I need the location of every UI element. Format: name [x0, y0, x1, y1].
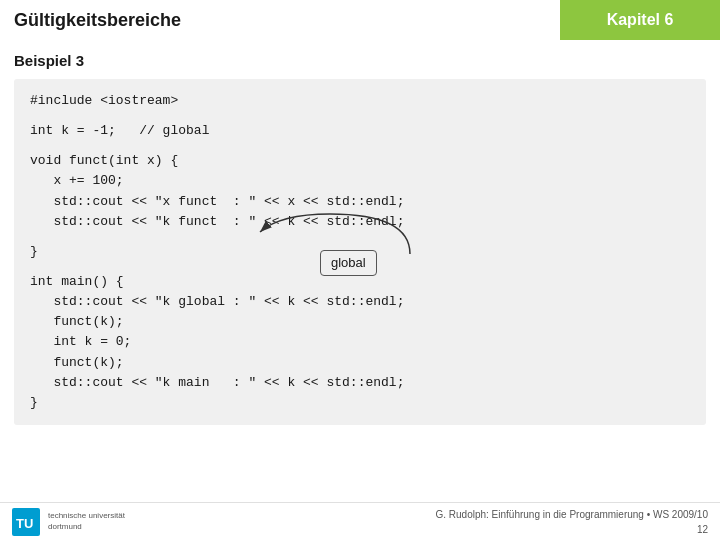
code-line-14: }	[30, 393, 690, 413]
footer: TU technische universität dortmund G. Ru…	[0, 502, 720, 540]
kapitel-text: Kapitel 6	[607, 11, 674, 29]
university-line1: technische universität	[48, 511, 125, 521]
code-line-12: funct(k);	[30, 353, 690, 373]
svg-text:TU: TU	[16, 516, 33, 531]
code-line-4: x += 100;	[30, 171, 690, 191]
code-line-10: funct(k);	[30, 312, 690, 332]
global-text: global	[331, 255, 366, 270]
tu-logo-icon: TU	[12, 508, 40, 536]
global-label: global	[320, 250, 377, 276]
code-blank-2	[30, 141, 690, 151]
code-line-11: int k = 0;	[30, 332, 690, 352]
code-line-9: std::cout << "k global : " << k << std::…	[30, 292, 690, 312]
code-line-13: std::cout << "k main : " << k << std::en…	[30, 373, 690, 393]
page-title: Gültigkeitsbereiche	[0, 0, 560, 40]
code-line-2: int k = -1; // global	[30, 121, 690, 141]
code-line-7: }	[30, 242, 38, 262]
main-content: Beispiel 3 #include <iostream> int k = -…	[0, 40, 720, 431]
title-text: Gültigkeitsbereiche	[14, 10, 181, 31]
page-number: 12	[435, 522, 708, 537]
university-line2: dortmund	[48, 522, 125, 532]
code-block: #include <iostream> int k = -1; // globa…	[14, 79, 706, 425]
university-logo: TU technische universität dortmund	[12, 508, 125, 536]
code-line-3: void funct(int x) {	[30, 151, 690, 171]
code-blank-1	[30, 111, 690, 121]
footer-course-info: G. Rudolph: Einführung in die Programmie…	[435, 507, 708, 537]
beispiel-label: Beispiel 3	[14, 52, 706, 69]
code-line-1: #include <iostream>	[30, 91, 690, 111]
header: Gültigkeitsbereiche Kapitel 6	[0, 0, 720, 40]
course-info-text: G. Rudolph: Einführung in die Programmie…	[435, 507, 708, 522]
university-name: technische universität dortmund	[48, 511, 125, 532]
kapitel-badge: Kapitel 6	[560, 0, 720, 40]
